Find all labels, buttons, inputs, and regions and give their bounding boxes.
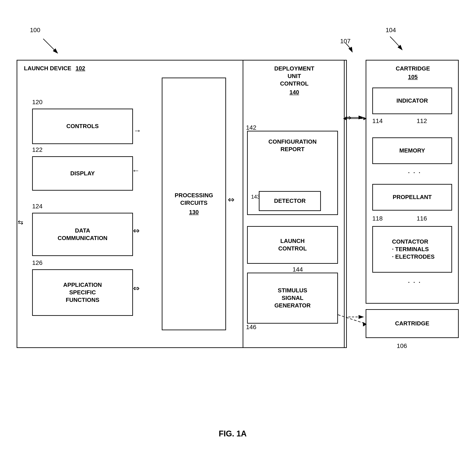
propellant-label: PROPELLANT (393, 193, 432, 201)
stimulus-signal-label: STIMULUS SIGNAL GENERATOR (274, 287, 311, 309)
data-comm-label: DATA COMMUNICATION (58, 227, 107, 242)
launch-control-label: LAUNCH CONTROL (278, 237, 307, 253)
ref-118: 118 (372, 215, 383, 222)
ref-107: 107 (340, 38, 350, 45)
detector-label: DETECTOR (274, 197, 306, 205)
controls-box: CONTROLS (32, 109, 133, 144)
processing-circuits-box: PROCESSING CIRCUITS 130 (162, 78, 226, 330)
diagram-container: 100 104 107 LAUNCH DEVICE 102 PROCESSING… (0, 0, 476, 465)
app-spec-arrow: ⇔ (133, 284, 140, 293)
ref-146: 146 (246, 324, 256, 331)
dots-1: · · · (408, 167, 421, 177)
config-report-label: CONFIGURATION REPORT (268, 138, 317, 153)
ref-142: 142 (246, 124, 256, 131)
display-label: DISPLAY (70, 170, 95, 177)
memory-label: MEMORY (399, 147, 425, 155)
ref-120: 120 (32, 99, 42, 106)
ref-126: 126 (32, 259, 42, 266)
stimulus-signal-box: STIMULUS SIGNAL GENERATOR (247, 273, 338, 324)
config-report-box: CONFIGURATION REPORT 143 DETECTOR (247, 131, 338, 215)
processing-circuits-label: PROCESSING CIRCUITS (175, 192, 213, 207)
fig-caption: FIG. 1A (177, 429, 288, 438)
ref-122: 122 (32, 146, 42, 153)
indicator-box: INDICATOR (372, 87, 452, 114)
dots-2: · · · (408, 277, 421, 286)
ref-104: 104 (386, 27, 396, 34)
ref-100: 100 (30, 27, 40, 34)
deployment-unit-title: DEPLOYMENT UNIT CONTROL 140 (248, 65, 341, 96)
cartridge-106-box: CARTRIDGE (366, 309, 459, 338)
data-comm-left-arrows: ⇆ (18, 218, 23, 226)
ref-116: 116 (417, 215, 427, 222)
detector-box: DETECTOR (259, 191, 321, 211)
ref-114: 114 (372, 117, 383, 125)
launch-device-title: LAUNCH DEVICE 102 (24, 65, 85, 72)
display-arrow: ← (132, 166, 140, 175)
app-specific-label: APPLICATION SPECIFIC FUNCTIONS (63, 281, 102, 304)
deploy-cart-arrow: ⇔ (345, 113, 351, 122)
ref-124: 124 (32, 203, 42, 210)
ref-112: 112 (417, 117, 427, 125)
memory-box: MEMORY (372, 137, 452, 164)
contactor-box: CONTACTOR · TERMINALS · ELECTRODES (372, 226, 452, 273)
cartridge-106-label: CARTRIDGE (395, 320, 429, 327)
processing-circuits-ref: 130 (189, 209, 199, 216)
proc-deploy-arrow: ⇔ (228, 195, 234, 204)
ref-106: 106 (397, 342, 407, 349)
controls-arrow: → (133, 126, 141, 135)
indicator-label: INDICATOR (396, 97, 428, 105)
cartridge-105-title: CARTRIDGE 105 (371, 65, 455, 81)
launch-control-box: LAUNCH CONTROL (247, 226, 338, 264)
ref-144: 144 (293, 266, 303, 273)
app-specific-box: APPLICATION SPECIFIC FUNCTIONS (32, 269, 133, 316)
propellant-box: PROPELLANT (372, 184, 452, 211)
data-comm-right-arrow: ⇔ (133, 226, 140, 235)
data-comm-box: DATA COMMUNICATION (32, 213, 133, 256)
display-box: DISPLAY (32, 156, 133, 190)
contactor-label: CONTACTOR · TERMINALS · ELECTRODES (390, 238, 434, 260)
controls-label: CONTROLS (66, 123, 99, 130)
